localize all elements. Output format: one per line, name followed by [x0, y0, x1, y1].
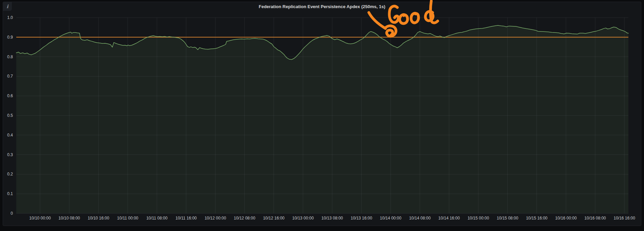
annotation-letter-o2 — [411, 13, 419, 23]
annotation-letter-o1 — [400, 15, 408, 23]
annotation-letter-g — [389, 6, 398, 22]
good-annotation — [0, 0, 644, 231]
grafana-dashboard-page: i Federation Replication Event Persisten… — [0, 0, 644, 231]
annotation-arrow-shaft — [369, 13, 385, 28]
annotation-letter-d-stem — [431, 1, 438, 23]
annotation-arrow-head — [385, 26, 396, 36]
